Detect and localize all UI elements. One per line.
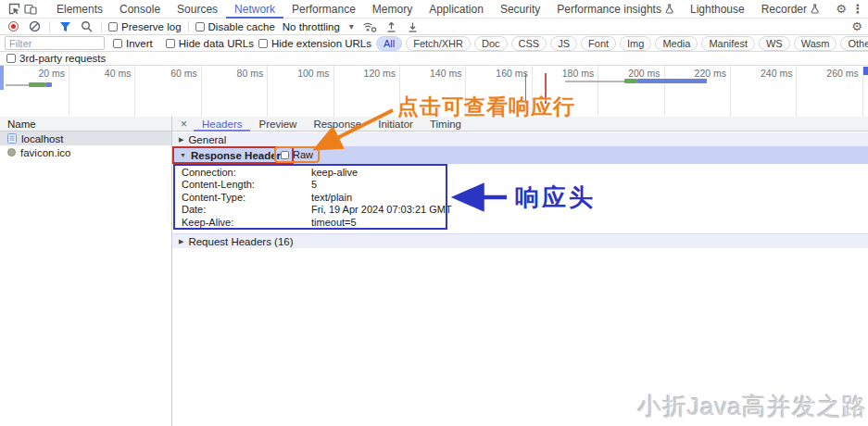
- checkbox-box[interactable]: [195, 22, 205, 31]
- request-headers-section-header[interactable]: ▶ Request Headers (16): [172, 233, 868, 248]
- tab-label: Elements: [57, 3, 103, 16]
- header-row-content-type: Content-Type:text/plain: [176, 191, 445, 204]
- tab-performance[interactable]: Performance: [283, 0, 364, 19]
- details-tab-response[interactable]: Response: [305, 117, 370, 132]
- settings-gear-icon[interactable]: ⚙: [833, 2, 849, 17]
- network-conditions-icon[interactable]: [362, 19, 379, 34]
- import-har-icon[interactable]: [384, 19, 400, 34]
- hide-extension-urls-checkbox[interactable]: Hide extension URLs: [258, 38, 371, 49]
- invert-label: Invert: [126, 38, 153, 49]
- pill-manifest[interactable]: Manifest: [701, 36, 755, 51]
- request-row-localhost[interactable]: localhost: [0, 132, 171, 145]
- third-party-row: 3rd-party requests: [0, 52, 868, 66]
- invert-checkbox[interactable]: Invert: [113, 38, 153, 49]
- response-headers-table: Connection:keep-aliveContent-Length:5Con…: [176, 166, 445, 229]
- more-menu-icon[interactable]: ⋮: [849, 2, 866, 17]
- checkbox-box[interactable]: [6, 54, 16, 63]
- waterfall-download-segment: [45, 82, 52, 87]
- hide-extension-urls-label: Hide extension URLs: [271, 38, 371, 49]
- details-tab-timing[interactable]: Timing: [421, 117, 470, 132]
- header-row-date: Date:Fri, 19 Apr 2024 07:03:21 GMT: [176, 204, 445, 217]
- tab-recorder[interactable]: Recorder: [753, 0, 827, 19]
- experiment-flask-icon: [665, 4, 673, 14]
- pill-ws[interactable]: WS: [759, 36, 790, 51]
- pill-media[interactable]: Media: [655, 36, 698, 51]
- pill-css[interactable]: CSS: [511, 36, 547, 51]
- header-name: Connection:: [176, 167, 311, 178]
- details-tab-preview[interactable]: Preview: [250, 117, 305, 132]
- timeline-tick-label: 60 ms: [144, 68, 197, 79]
- inspect-icon[interactable]: [6, 2, 22, 17]
- search-icon[interactable]: [78, 19, 94, 34]
- tab-memory[interactable]: Memory: [364, 0, 421, 19]
- tab-network[interactable]: Network: [226, 0, 283, 19]
- response-headers-section-header[interactable]: ▼ Response Headers Raw: [172, 146, 868, 164]
- raw-checkbox-box[interactable]: [281, 151, 289, 159]
- network-overview-timeline[interactable]: 20 ms40 ms60 ms80 ms100 ms120 ms140 ms16…: [0, 66, 868, 118]
- disable-cache-checkbox[interactable]: Disable cache: [195, 21, 275, 32]
- filter-input[interactable]: [5, 36, 105, 50]
- checkbox-box[interactable]: [258, 39, 268, 48]
- tab-security[interactable]: Security: [492, 0, 548, 19]
- filter-funnel-icon[interactable]: [57, 19, 73, 34]
- response-headers-label: Response Headers: [191, 150, 287, 161]
- timeline-gridline: [598, 66, 598, 117]
- general-label: General: [188, 134, 226, 145]
- timeline-tick-label: 160 ms: [474, 68, 528, 79]
- close-icon[interactable]: ×: [172, 118, 194, 131]
- header-value: text/plain: [311, 192, 352, 203]
- pill-fetch-xhr[interactable]: Fetch/XHR: [406, 36, 471, 51]
- clear-icon[interactable]: [26, 19, 43, 34]
- details-tab-headers[interactable]: Headers: [194, 117, 250, 132]
- waterfall-whisker: [565, 81, 624, 82]
- record-icon[interactable]: [5, 19, 21, 34]
- tab-performance-insights[interactable]: Performance insights: [548, 0, 682, 19]
- preserve-log-checkbox[interactable]: Preserve log: [108, 21, 182, 32]
- raw-toggle[interactable]: Raw: [274, 146, 320, 163]
- details-tab-initiator[interactable]: Initiator: [370, 117, 421, 132]
- throttling-select[interactable]: No throttling ▾: [283, 21, 354, 32]
- timeline-tick-label: 100 ms: [276, 68, 330, 79]
- name-column-header[interactable]: Name: [0, 117, 171, 132]
- header-row-connection: Connection:keep-alive: [176, 166, 445, 179]
- timeline-event-line: [545, 73, 547, 104]
- request-details-panel: × HeadersPreviewResponseInitiatorTiming …: [172, 117, 868, 426]
- pill-all[interactable]: All: [376, 36, 402, 51]
- overview-selection-edge: [0, 66, 4, 90]
- details-tabs: × HeadersPreviewResponseInitiatorTiming: [172, 117, 868, 132]
- checkbox-box[interactable]: [108, 22, 118, 31]
- tab-application[interactable]: Application: [421, 0, 492, 19]
- tab-sources[interactable]: Sources: [169, 0, 226, 19]
- disable-cache-label: Disable cache: [208, 21, 275, 32]
- overview-scrollbar-thumb[interactable]: [862, 67, 868, 75]
- timeline-tick-label: 40 ms: [77, 68, 131, 79]
- general-section-header[interactable]: ▶ General: [172, 132, 868, 146]
- pill-doc[interactable]: Doc: [474, 36, 508, 51]
- header-name: Content-Length:: [176, 179, 311, 190]
- third-party-requests-checkbox[interactable]: 3rd-party requests: [6, 53, 106, 64]
- timeline-event-line: [525, 73, 527, 104]
- network-settings-gear-icon[interactable]: ⚙: [849, 19, 865, 34]
- timeline-gridline: [201, 66, 202, 117]
- pill-font[interactable]: Font: [581, 36, 616, 51]
- pill-img[interactable]: Img: [620, 36, 651, 51]
- checkbox-box[interactable]: [113, 39, 122, 48]
- hide-data-urls-checkbox[interactable]: Hide data URLs: [166, 38, 254, 49]
- globe-icon: [7, 148, 16, 157]
- request-name: localhost: [21, 133, 63, 144]
- device-toolbar-icon[interactable]: [22, 2, 39, 17]
- tab-elements[interactable]: Elements: [48, 0, 111, 19]
- checkbox-box[interactable]: [166, 39, 175, 48]
- request-row-favicon-ico[interactable]: favicon.ico: [0, 145, 171, 159]
- pill-other[interactable]: Other: [840, 36, 868, 51]
- export-har-icon[interactable]: [405, 19, 421, 34]
- tab-console[interactable]: Console: [111, 0, 169, 19]
- pill-wasm[interactable]: Wasm: [794, 36, 837, 51]
- waterfall-waiting-segment: [29, 82, 45, 87]
- header-value: 5: [311, 179, 317, 190]
- pill-js[interactable]: JS: [550, 36, 577, 51]
- timeline-gridline: [730, 66, 731, 117]
- tab-lighthouse[interactable]: Lighthouse: [682, 0, 753, 19]
- tab-label: Application: [429, 3, 484, 16]
- hide-data-urls-label: Hide data URLs: [179, 38, 254, 49]
